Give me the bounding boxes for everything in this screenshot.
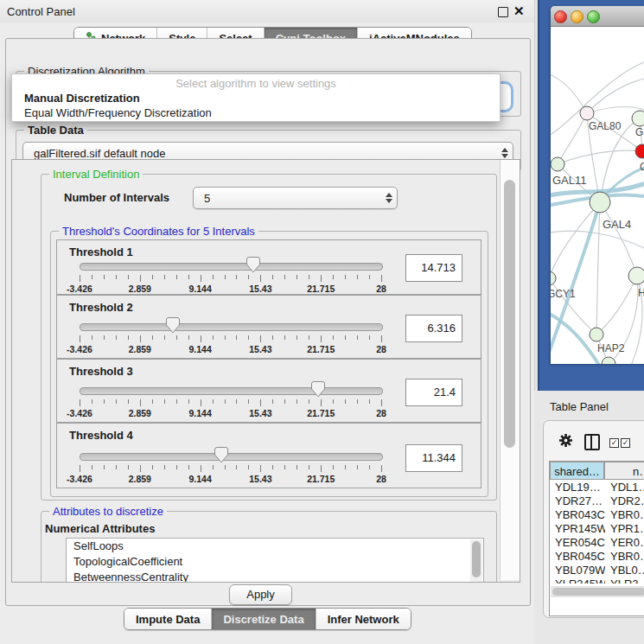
slider-thumb[interactable] bbox=[246, 257, 260, 273]
tick-mark bbox=[357, 335, 358, 340]
table-cell[interactable]: YDR2… bbox=[605, 494, 644, 508]
table-cell[interactable]: YPR1… bbox=[605, 522, 644, 536]
slider-thumb[interactable] bbox=[214, 447, 228, 463]
table-cell[interactable]: YBR0… bbox=[605, 508, 644, 522]
tick-label: -3.426 bbox=[54, 474, 105, 484]
close-icon[interactable]: ✕ bbox=[513, 3, 525, 19]
tick-mark bbox=[321, 465, 322, 472]
network-window-titlebar[interactable] bbox=[551, 6, 644, 27]
table-cell[interactable]: YLR3… bbox=[605, 577, 644, 583]
threshold-value-field[interactable]: 6.316 bbox=[405, 315, 462, 342]
table-cell[interactable]: YBR0… bbox=[605, 550, 644, 564]
slider-track[interactable] bbox=[80, 263, 383, 271]
tick-mark bbox=[321, 335, 322, 342]
close-traffic-light-icon[interactable] bbox=[554, 10, 567, 23]
bottom-tab-bar: Impute Data Discretize Data Infer Networ… bbox=[124, 608, 411, 630]
list-scrollbar[interactable] bbox=[470, 539, 482, 583]
network-node[interactable] bbox=[551, 157, 564, 171]
checkbox-icon[interactable]: ✓ bbox=[609, 438, 619, 448]
threshold-value-field[interactable]: 14.713 bbox=[405, 254, 462, 282]
network-node[interactable] bbox=[632, 111, 644, 126]
stepper-icon[interactable] bbox=[381, 193, 397, 203]
apply-button[interactable]: Apply bbox=[229, 584, 292, 605]
dropdown-option-equal-width[interactable]: Equal Width/Frequency Discretization bbox=[12, 106, 500, 119]
table-cell[interactable]: YDR27… bbox=[550, 494, 605, 508]
threshold-3-panel: Threshold 3 -3.4262.8599.14415.4321.7152… bbox=[56, 359, 481, 423]
slider-track[interactable] bbox=[80, 323, 383, 331]
tick-mark bbox=[296, 275, 297, 279]
threshold-value-field[interactable]: 21.4 bbox=[405, 379, 462, 406]
table-cell[interactable]: YDL19… bbox=[550, 481, 605, 494]
slider-thumb[interactable] bbox=[166, 317, 180, 334]
tick-mark bbox=[381, 465, 382, 472]
numerical-attributes-list[interactable]: SelfLoopsTopologicalCoefficientBetweenne… bbox=[66, 538, 484, 583]
table-cell[interactable]: YPR145W bbox=[550, 522, 605, 536]
dropdown-option-manual[interactable]: Manual Discretization bbox=[12, 92, 500, 105]
table-cell[interactable]: YER0… bbox=[605, 536, 644, 550]
slider-track[interactable] bbox=[80, 453, 383, 461]
network-node[interactable] bbox=[602, 357, 615, 364]
table-row[interactable]: YER054CYER0… bbox=[550, 536, 644, 550]
table-cell[interactable]: YER054C bbox=[550, 536, 605, 550]
tab-infer-network[interactable]: Infer Network bbox=[316, 609, 411, 629]
table-cell[interactable]: YLR345W bbox=[550, 577, 605, 583]
table-cell[interactable]: YBR045C bbox=[550, 550, 605, 564]
stepper-icon[interactable] bbox=[497, 148, 513, 158]
table-row[interactable]: YDR27…YDR2… bbox=[550, 494, 644, 508]
tab-impute-data[interactable]: Impute Data bbox=[124, 609, 212, 629]
tick-mark bbox=[333, 275, 334, 279]
float-window-icon[interactable] bbox=[498, 7, 508, 17]
table-cell[interactable]: YBL079W bbox=[550, 564, 605, 577]
attribute-list-item[interactable]: BetweennessCentrality bbox=[67, 570, 483, 583]
tick-mark bbox=[272, 465, 273, 469]
network-node[interactable] bbox=[628, 267, 644, 284]
table-row[interactable]: YBL079WYBL0… bbox=[550, 564, 644, 577]
threshold-3-slider[interactable]: -3.4262.8599.14415.4321.71528 bbox=[80, 384, 381, 418]
column-header-shared-name[interactable]: shared… bbox=[550, 462, 604, 480]
tick-mark bbox=[333, 335, 334, 340]
number-of-intervals-combobox[interactable]: 5 bbox=[193, 187, 398, 209]
tick-label: -3.426 bbox=[54, 284, 105, 294]
table-row[interactable]: YBR043CYBR0… bbox=[550, 508, 644, 522]
slider-thumb[interactable] bbox=[311, 381, 325, 398]
network-canvas[interactable]: GAL80GCGAL11GAL4GCY1HHAP2 bbox=[551, 27, 644, 364]
threshold-2-slider[interactable]: -3.4262.8599.14415.4321.71528 bbox=[80, 320, 381, 354]
tick-mark bbox=[236, 275, 237, 279]
table-cell[interactable]: YBL0… bbox=[605, 564, 644, 577]
attribute-list-item[interactable]: SelfLoops bbox=[67, 539, 483, 554]
panel-title: Control Panel bbox=[7, 5, 75, 18]
attribute-list-item[interactable]: TopologicalCoefficient bbox=[67, 554, 483, 570]
network-node[interactable] bbox=[635, 144, 644, 158]
tick-mark bbox=[248, 275, 249, 279]
tab-discretize-data[interactable]: Discretize Data bbox=[212, 609, 316, 629]
tick-mark bbox=[381, 275, 382, 282]
table-cell[interactable]: YDL1… bbox=[605, 481, 644, 494]
tick-mark bbox=[140, 399, 141, 406]
table-row[interactable]: YDL19…YDL1… bbox=[550, 481, 644, 494]
table-row[interactable]: YLR345WYLR3… bbox=[550, 577, 644, 583]
tick-mark bbox=[213, 275, 214, 279]
tick-mark bbox=[116, 275, 117, 279]
network-node[interactable] bbox=[580, 106, 594, 120]
network-node[interactable] bbox=[590, 328, 603, 341]
threshold-4-slider[interactable]: -3.4262.8599.14415.4321.71528 bbox=[80, 450, 381, 484]
network-node[interactable] bbox=[551, 271, 556, 285]
table-row[interactable]: YPR145WYPR1… bbox=[550, 522, 644, 536]
horizontal-scrollbar[interactable] bbox=[551, 586, 644, 597]
threshold-value-field[interactable]: 11.344 bbox=[405, 444, 462, 472]
network-window-frame: GAL80GCGAL11GAL4GCY1HHAP2 bbox=[538, 0, 644, 391]
network-node[interactable] bbox=[590, 192, 610, 213]
table-row[interactable]: YBR045CYBR0… bbox=[550, 550, 644, 564]
threshold-1-slider[interactable]: -3.4262.8599.14415.4321.71528 bbox=[80, 259, 381, 294]
minimize-traffic-light-icon[interactable] bbox=[571, 10, 583, 23]
checkbox-icon[interactable]: ✓ bbox=[621, 438, 630, 448]
split-columns-icon[interactable] bbox=[584, 434, 600, 450]
gear-icon[interactable] bbox=[558, 433, 573, 448]
table-cell[interactable]: YBR043C bbox=[550, 508, 605, 522]
column-header-name[interactable]: n… bbox=[604, 462, 644, 480]
vertical-scrollbar[interactable] bbox=[500, 160, 520, 580]
zoom-traffic-light-icon[interactable] bbox=[587, 10, 600, 23]
tick-mark bbox=[128, 399, 129, 404]
slider-track[interactable] bbox=[80, 387, 383, 395]
scrollbar-thumb[interactable] bbox=[504, 180, 515, 448]
